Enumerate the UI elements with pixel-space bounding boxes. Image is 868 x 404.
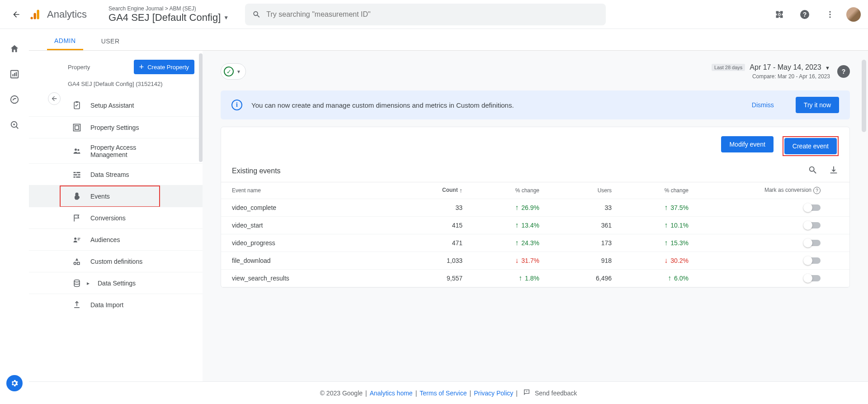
check-icon: ✓ xyxy=(224,67,234,76)
people-icon xyxy=(71,146,82,157)
svg-point-32 xyxy=(74,238,76,240)
count-cell: 415 xyxy=(404,222,462,229)
property-name-dropdown: GA4 SEJ [Default Config] ▼ xyxy=(108,12,229,24)
property-selector[interactable]: Search Engine Journal > ABM (SEJ) GA4 SE… xyxy=(108,5,229,24)
content-area: ✓ ▼ Last 28 days Apr 17 - May 14, 2023 ▼ xyxy=(203,51,868,381)
col-change-2[interactable]: % change xyxy=(612,187,693,194)
nav-property-settings[interactable]: Property Settings xyxy=(29,116,203,138)
conversion-toggle[interactable] xyxy=(804,222,821,228)
date-block: Last 28 days Apr 17 - May 14, 2023 ▼ Com… xyxy=(712,63,830,80)
arrow-up-icon: ↑ xyxy=(515,221,519,229)
download-icon[interactable] xyxy=(829,165,839,176)
conversion-toggle[interactable] xyxy=(804,204,821,211)
info-icon: i xyxy=(231,100,242,110)
topbar: Analytics Search Engine Journal > ABM (S… xyxy=(0,0,868,29)
search-icon[interactable] xyxy=(808,165,818,176)
footer-copyright: © 2023 Google xyxy=(320,390,363,397)
nav-item-label: Data Import xyxy=(90,301,123,309)
advertising-icon[interactable] xyxy=(9,119,20,130)
search-wrap xyxy=(245,4,606,25)
conversion-toggle[interactable] xyxy=(804,257,821,264)
create-event-button[interactable]: Create event xyxy=(784,138,837,154)
svg-rect-0 xyxy=(37,10,39,19)
col-event-name[interactable]: Event name xyxy=(232,187,404,194)
app-title: Analytics xyxy=(47,9,87,20)
users-cell: 361 xyxy=(544,222,612,229)
arrow-down-icon: ↓ xyxy=(515,257,519,265)
table-row[interactable]: file_download1,033↓31.7%918↓30.2% xyxy=(221,252,849,270)
nav-list: Setup Assistant Property Settings Proper… xyxy=(29,95,203,315)
nav-item-label: Audiences xyxy=(90,236,120,243)
col-change-1[interactable]: % change xyxy=(462,187,544,194)
tab-user[interactable]: USER xyxy=(94,38,127,50)
nav-item-label: Property Settings xyxy=(90,124,139,131)
event-name-cell: video_start xyxy=(232,222,404,229)
nav-setup-assistant[interactable]: Setup Assistant xyxy=(29,95,203,116)
col-count[interactable]: Count ↑ xyxy=(404,187,462,194)
shapes-icon xyxy=(71,256,82,267)
settings-fab[interactable] xyxy=(6,375,23,391)
svg-rect-25 xyxy=(74,172,76,173)
nav-item-label: Custom definitions xyxy=(90,258,142,265)
nav-custom-definitions[interactable]: Custom definitions xyxy=(29,250,203,272)
home-icon[interactable] xyxy=(9,43,20,54)
nav-events[interactable]: Events xyxy=(29,185,203,207)
conversion-toggle[interactable] xyxy=(804,275,821,281)
plus-icon: + xyxy=(139,62,144,72)
nav-data-settings[interactable]: ▸ Data Settings xyxy=(29,272,203,294)
try-it-now-button[interactable]: Try it now xyxy=(796,97,839,113)
sort-arrow-icon: ↑ xyxy=(459,187,462,194)
table-row[interactable]: video_progress471↑24.3%173↑15.3% xyxy=(221,234,849,252)
create-property-button[interactable]: + Create Property xyxy=(134,60,194,74)
nav-data-streams[interactable]: Data Streams xyxy=(29,163,203,185)
col-conversion: Mark as conversion? xyxy=(693,187,839,194)
conversion-cell xyxy=(693,204,839,211)
svg-rect-26 xyxy=(76,172,80,173)
search-input[interactable] xyxy=(266,10,599,19)
svg-rect-34 xyxy=(78,239,80,240)
nav-data-import[interactable]: Data Import xyxy=(29,294,203,315)
conversion-cell xyxy=(693,275,839,281)
svg-rect-30 xyxy=(76,176,80,178)
svg-rect-36 xyxy=(77,262,80,264)
modify-event-button[interactable]: Modify event xyxy=(721,136,773,152)
logo-block: Analytics xyxy=(29,8,87,21)
back-button[interactable] xyxy=(7,5,25,24)
explore-icon[interactable] xyxy=(9,94,20,105)
arrow-up-icon: ↑ xyxy=(664,239,668,247)
col-users[interactable]: Users xyxy=(544,187,612,194)
footer-link-home[interactable]: Analytics home xyxy=(370,390,413,397)
table-row[interactable]: video_start415↑13.4%361↑10.1% xyxy=(221,217,849,234)
conversion-toggle[interactable] xyxy=(804,240,821,246)
property-section-label: Property xyxy=(68,64,90,71)
dismiss-button[interactable]: Dismiss xyxy=(746,98,779,112)
event-name-cell: file_download xyxy=(232,257,404,264)
nav-audiences[interactable]: Audiences xyxy=(29,228,203,250)
table-row[interactable]: video_complete33↑26.9%33↑37.5% xyxy=(221,199,849,217)
layout: ADMIN USER Property + Create Property GA… xyxy=(0,29,868,404)
avatar[interactable] xyxy=(846,7,861,22)
search-box[interactable] xyxy=(245,4,606,25)
svg-point-2 xyxy=(31,17,33,19)
table-row[interactable]: view_search_results9,557↑1.8%6,496↑6.0% xyxy=(221,270,849,287)
date-range-picker[interactable]: Apr 17 - May 14, 2023 ▼ xyxy=(750,63,830,71)
help-tooltip-icon[interactable]: ? xyxy=(813,187,821,194)
conversion-cell xyxy=(693,222,839,228)
property-id-line: GA4 SEJ [Default Config] (3152142) xyxy=(29,79,203,91)
footer-link-privacy[interactable]: Privacy Policy xyxy=(474,390,513,397)
nav-conversions[interactable]: Conversions xyxy=(29,207,203,228)
footer-feedback-link[interactable]: Send feedback xyxy=(535,390,577,397)
nav-property-access[interactable]: Property Access Management xyxy=(29,138,203,163)
users-cell: 173 xyxy=(544,239,612,247)
context-help-button[interactable]: ? xyxy=(837,65,850,78)
nav-item-label: Data Settings xyxy=(98,280,136,287)
more-menu-icon[interactable] xyxy=(821,5,839,24)
help-icon[interactable]: ? xyxy=(796,5,814,24)
nav-item-label: Setup Assistant xyxy=(90,102,134,109)
tab-admin[interactable]: ADMIN xyxy=(47,37,83,50)
apps-icon[interactable] xyxy=(770,5,788,24)
footer-link-tos[interactable]: Terms of Service xyxy=(420,390,467,397)
reports-icon[interactable] xyxy=(9,69,20,80)
status-pill[interactable]: ✓ ▼ xyxy=(221,63,246,80)
svg-rect-21 xyxy=(74,124,80,131)
